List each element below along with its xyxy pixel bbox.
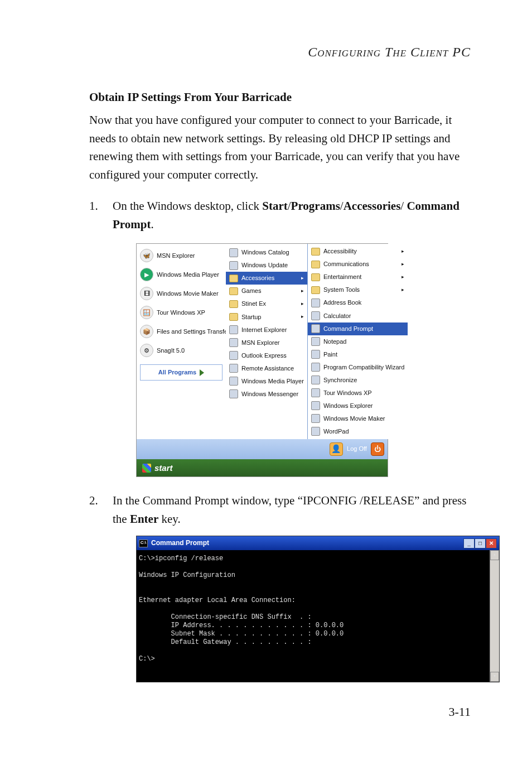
submenu-arrow-icon: ▸ <box>402 286 404 294</box>
programs-item[interactable]: Accessories▸ <box>226 272 307 285</box>
submenu-arrow-icon: ▸ <box>301 275 304 282</box>
start-button[interactable]: start <box>137 459 388 476</box>
startmenu-left-item[interactable]: ▶Windows Media Player <box>137 265 226 284</box>
shutdown-icon[interactable]: ⏻ <box>371 442 384 456</box>
folder-icon <box>229 287 238 295</box>
submenu-arrow-icon: ▸ <box>402 248 404 256</box>
submenu-arrow-icon: ▸ <box>301 313 304 321</box>
triangle-icon <box>200 369 204 376</box>
step-2-number: 2. <box>89 492 98 510</box>
submenu-arrow-icon: ▸ <box>301 300 304 308</box>
cmd-output: C:\>ipconfig /release Windows IP Configu… <box>139 555 344 663</box>
step-1-bold-start: Start <box>262 199 288 213</box>
logoff-row: 👤 Log Off ⏻ <box>137 439 388 459</box>
accessories-item[interactable]: Synchronize <box>308 374 408 387</box>
accessories-item[interactable]: Command Prompt <box>308 322 408 335</box>
app-icon: 🎞 <box>140 287 153 300</box>
programs-item[interactable]: Windows Media Player <box>226 375 307 388</box>
folder-icon <box>229 300 238 308</box>
startmenu-accessories-column: Accessibility▸Communications▸Entertainme… <box>307 244 408 439</box>
app-icon <box>229 389 238 398</box>
startmenu-left-item[interactable]: 🦋MSN Explorer <box>137 246 226 265</box>
startmenu-programs-column: Windows CatalogWindows UpdateAccessories… <box>226 244 307 439</box>
accessories-item[interactable]: Paint <box>308 348 408 361</box>
cmd-scrollbar[interactable]: ▴▾ <box>490 550 499 682</box>
startmenu-left-item[interactable]: 🪟Tour Windows XP <box>137 303 226 322</box>
logoff-label[interactable]: Log Off <box>347 445 367 452</box>
programs-item[interactable]: Internet Explorer <box>226 324 307 336</box>
step-1: 1. On the Windows desktop, click Start/P… <box>89 197 471 477</box>
app-icon <box>311 363 320 372</box>
app-icon <box>229 325 238 334</box>
app-icon <box>229 377 238 386</box>
app-icon <box>311 427 320 436</box>
app-icon <box>229 261 238 270</box>
cmd-icon: C:\ <box>139 540 148 547</box>
start-menu-screenshot: 🦋MSN Explorer ▶Windows Media Player 🎞Win… <box>136 243 388 477</box>
programs-item[interactable]: Remote Assistance <box>226 362 307 375</box>
programs-item[interactable]: Windows Messenger <box>226 388 307 401</box>
folder-icon <box>311 248 320 256</box>
step-1-bold-programs: Programs <box>291 199 340 213</box>
app-icon: ⚙ <box>140 344 153 357</box>
startmenu-left-item[interactable]: ⚙SnagIt 5.0 <box>137 341 226 360</box>
cmd-body[interactable]: C:\>ipconfig /release Windows IP Configu… <box>137 550 499 682</box>
programs-item[interactable]: Stinet Ex▸ <box>226 297 307 310</box>
app-icon: 📦 <box>140 325 153 338</box>
accessories-item[interactable]: Address Book <box>308 296 408 309</box>
step-1-text-pre: On the Windows desktop, click <box>113 199 262 213</box>
scroll-down-button[interactable]: ▾ <box>490 672 499 682</box>
app-icon <box>229 338 238 347</box>
folder-icon <box>311 286 320 294</box>
accessories-item[interactable]: WordPad <box>308 425 408 438</box>
startmenu-left-item[interactable]: 📦Files and Settings Transfer Wizard <box>137 322 226 341</box>
minimize-button[interactable]: _ <box>463 538 475 548</box>
programs-item[interactable]: Startup▸ <box>226 311 307 324</box>
app-icon <box>311 414 320 423</box>
app-icon <box>311 376 320 384</box>
intro-paragraph: Now that you have configured your comput… <box>89 111 471 184</box>
accessories-item[interactable]: Accessibility▸ <box>308 245 408 258</box>
step-2: 2. In the Command Prompt window, type “I… <box>89 492 471 682</box>
app-icon <box>229 364 238 373</box>
app-icon: 🪟 <box>140 306 153 319</box>
accessories-item[interactable]: Communications▸ <box>308 258 408 271</box>
folder-icon <box>311 261 320 268</box>
accessories-item[interactable]: Entertainment▸ <box>308 271 408 283</box>
accessories-item[interactable]: Windows Explorer <box>308 399 408 412</box>
app-icon <box>229 351 238 360</box>
scroll-up-button[interactable]: ▴ <box>490 550 499 560</box>
programs-item[interactable]: Games▸ <box>226 285 307 297</box>
accessories-item[interactable]: Windows Movie Maker <box>308 412 408 425</box>
cmd-title-text: Command Prompt <box>151 538 209 548</box>
section-title: Obtain IP Settings From Your Barricade <box>89 90 471 104</box>
all-programs-button[interactable]: All Programs <box>140 364 223 381</box>
folder-icon <box>229 275 238 282</box>
programs-item[interactable]: MSN Explorer <box>226 336 307 349</box>
programs-item[interactable]: Outlook Express <box>226 349 307 362</box>
running-header: Configuring The Client PC <box>89 45 471 60</box>
logoff-icon[interactable]: 👤 <box>330 442 343 456</box>
accessories-item[interactable]: Notepad <box>308 335 408 348</box>
maximize-button[interactable]: □ <box>475 538 486 548</box>
app-icon <box>311 299 320 307</box>
programs-item[interactable]: Windows Update <box>226 259 307 272</box>
accessories-item[interactable]: Tour Windows XP <box>308 387 408 399</box>
submenu-arrow-icon: ▸ <box>301 287 304 295</box>
accessories-item[interactable]: Program Compatibility Wizard <box>308 361 408 374</box>
step-2-bold-enter: Enter <box>130 512 158 526</box>
command-prompt-screenshot: C:\ Command Prompt _ □ ✕ C:\>ipconfig /r… <box>136 536 500 682</box>
submenu-arrow-icon: ▸ <box>402 261 404 268</box>
programs-item[interactable]: Windows Catalog <box>226 246 307 259</box>
close-button[interactable]: ✕ <box>486 538 497 548</box>
cmd-titlebar: C:\ Command Prompt _ □ ✕ <box>137 536 499 550</box>
folder-icon <box>229 313 238 321</box>
app-icon: ▶ <box>140 268 153 281</box>
startmenu-left-item[interactable]: 🎞Windows Movie Maker <box>137 284 226 303</box>
accessories-item[interactable]: Calculator <box>308 310 408 322</box>
app-icon <box>311 337 320 346</box>
accessories-item[interactable]: System Tools▸ <box>308 283 408 296</box>
app-icon: 🦋 <box>140 249 153 262</box>
page-number: 3-11 <box>89 705 471 719</box>
step-1-bold-accessories: Accessories <box>344 199 401 213</box>
